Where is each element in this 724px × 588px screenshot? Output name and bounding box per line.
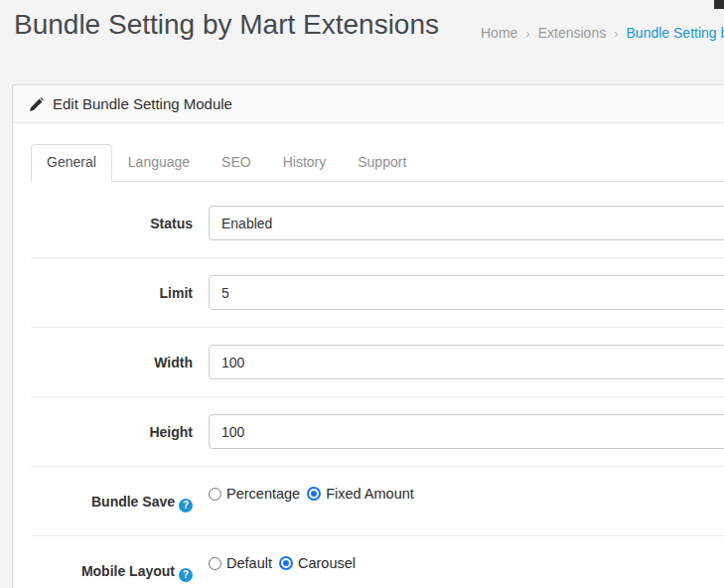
radio-option-carousel[interactable]: Carousel — [279, 555, 356, 571]
field-label-status: Status — [31, 206, 193, 240]
question-mark-help-icon[interactable]: ? — [179, 499, 193, 513]
tab-support[interactable]: Support — [342, 144, 422, 182]
admin-page: Bundle Setting by Mart Extensions Home›E… — [0, 0, 724, 588]
field-control-width — [209, 345, 724, 379]
field-label-text: Width — [154, 355, 193, 370]
limit-input[interactable] — [209, 275, 724, 310]
field-control-height — [209, 414, 724, 449]
breadcrumb-link-extensions[interactable]: Extensions — [538, 25, 606, 41]
field-label-mobile-layout: Mobile Layout? — [31, 553, 193, 588]
tab-language[interactable]: Language — [112, 144, 206, 182]
form-row-status: Status — [31, 182, 724, 258]
form-row-limit: Limit — [31, 258, 724, 328]
mobile-layout-radio-group: DefaultCarousel — [209, 553, 724, 571]
radio-selected-icon[interactable] — [279, 556, 293, 570]
radio-option-fixed-amount[interactable]: Fixed Amount — [307, 486, 414, 502]
form-row-width: Width — [31, 328, 724, 397]
field-label-text: Mobile Layout — [81, 563, 175, 579]
form-row-mobile-layout: Mobile Layout?DefaultCarousel — [31, 536, 724, 588]
pencil-icon — [30, 97, 44, 111]
question-mark-help-icon[interactable]: ? — [179, 568, 193, 582]
field-label-bundle-save: Bundle Save? — [31, 484, 193, 518]
width-input[interactable] — [209, 345, 724, 379]
panel-heading: Edit Bundle Setting Module — [13, 85, 724, 123]
radio-option-label: Default — [226, 555, 272, 571]
page-title: Bundle Setting by Mart Extensions — [14, 9, 439, 41]
radio-unselected-icon[interactable] — [209, 557, 221, 570]
field-label-width: Width — [31, 345, 193, 379]
field-control-mobile-layout: DefaultCarousel — [209, 553, 724, 588]
panel-heading-title: Edit Bundle Setting Module — [53, 95, 232, 112]
module-form: StatusLimitWidthHeightBundle Save?Percen… — [31, 182, 724, 588]
form-row-height: Height — [31, 397, 724, 467]
bundle-save-radio-group: PercentageFixed Amount — [209, 484, 724, 502]
tab-history[interactable]: History — [267, 144, 343, 182]
tab-seo[interactable]: SEO — [206, 144, 267, 182]
field-label-text: Limit — [160, 285, 193, 301]
radio-option-label: Carousel — [298, 555, 356, 571]
field-label-text: Bundle Save — [91, 494, 175, 510]
breadcrumb-separator-icon: › — [614, 26, 618, 41]
radio-option-default[interactable]: Default — [209, 555, 272, 571]
field-control-status — [209, 206, 724, 240]
field-label-limit: Limit — [31, 275, 193, 310]
breadcrumb-separator-icon: › — [525, 26, 529, 41]
tab-general[interactable]: General — [31, 144, 112, 182]
breadcrumb-link-bundle-setting-by-mart-extensions[interactable]: Bundle Setting by Mart Extensions — [627, 25, 724, 41]
radio-option-percentage[interactable]: Percentage — [209, 486, 300, 502]
field-label-text: Status — [150, 216, 193, 231]
form-row-bundle-save: Bundle Save?PercentageFixed Amount — [31, 467, 724, 536]
field-control-bundle-save: PercentageFixed Amount — [209, 484, 724, 518]
height-input[interactable] — [209, 414, 724, 449]
field-label-text: Height — [149, 424, 193, 440]
breadcrumb: Home›Extensions›Bundle Setting by Mart E… — [481, 25, 724, 41]
module-panel: Edit Bundle Setting Module GeneralLangua… — [12, 84, 724, 588]
field-control-limit — [209, 275, 724, 310]
radio-option-label: Fixed Amount — [326, 486, 414, 502]
breadcrumb-link-home[interactable]: Home — [481, 25, 517, 41]
field-label-height: Height — [31, 414, 193, 449]
tab-bar: GeneralLanguageSEOHistorySupport — [31, 144, 724, 182]
viewport-corner-fragment — [714, 0, 724, 9]
status-input[interactable] — [209, 206, 724, 240]
radio-selected-icon[interactable] — [307, 487, 321, 501]
radio-unselected-icon[interactable] — [209, 488, 221, 501]
panel-body: GeneralLanguageSEOHistorySupport StatusL… — [13, 123, 724, 588]
radio-option-label: Percentage — [226, 486, 300, 502]
